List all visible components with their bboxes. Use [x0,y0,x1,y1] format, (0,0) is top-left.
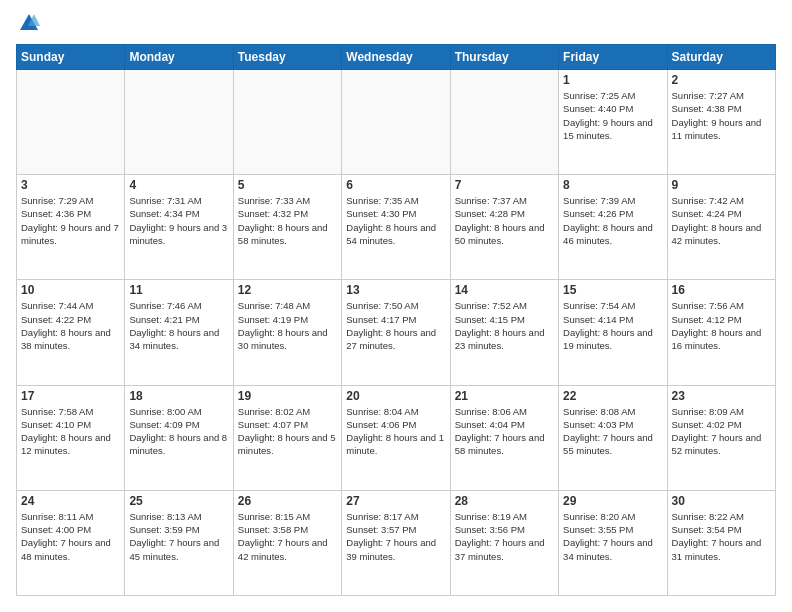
calendar-cell: 23Sunrise: 8:09 AM Sunset: 4:02 PM Dayli… [667,385,775,490]
calendar-cell: 8Sunrise: 7:39 AM Sunset: 4:26 PM Daylig… [559,175,667,280]
calendar-cell: 24Sunrise: 8:11 AM Sunset: 4:00 PM Dayli… [17,490,125,595]
day-number: 4 [129,178,228,192]
calendar-cell: 26Sunrise: 8:15 AM Sunset: 3:58 PM Dayli… [233,490,341,595]
day-info: Sunrise: 7:39 AM Sunset: 4:26 PM Dayligh… [563,194,662,247]
day-number: 27 [346,494,445,508]
day-number: 19 [238,389,337,403]
calendar-cell: 19Sunrise: 8:02 AM Sunset: 4:07 PM Dayli… [233,385,341,490]
day-number: 26 [238,494,337,508]
calendar-cell: 21Sunrise: 8:06 AM Sunset: 4:04 PM Dayli… [450,385,558,490]
calendar-cell: 1Sunrise: 7:25 AM Sunset: 4:40 PM Daylig… [559,70,667,175]
calendar-week-row: 3Sunrise: 7:29 AM Sunset: 4:36 PM Daylig… [17,175,776,280]
calendar-cell: 12Sunrise: 7:48 AM Sunset: 4:19 PM Dayli… [233,280,341,385]
day-number: 11 [129,283,228,297]
calendar-cell: 13Sunrise: 7:50 AM Sunset: 4:17 PM Dayli… [342,280,450,385]
day-info: Sunrise: 7:31 AM Sunset: 4:34 PM Dayligh… [129,194,228,247]
day-number: 1 [563,73,662,87]
day-number: 8 [563,178,662,192]
calendar-week-row: 10Sunrise: 7:44 AM Sunset: 4:22 PM Dayli… [17,280,776,385]
day-info: Sunrise: 7:50 AM Sunset: 4:17 PM Dayligh… [346,299,445,352]
calendar-day-header: Thursday [450,45,558,70]
calendar-cell: 9Sunrise: 7:42 AM Sunset: 4:24 PM Daylig… [667,175,775,280]
day-number: 10 [21,283,120,297]
day-info: Sunrise: 7:27 AM Sunset: 4:38 PM Dayligh… [672,89,771,142]
day-number: 5 [238,178,337,192]
day-info: Sunrise: 7:56 AM Sunset: 4:12 PM Dayligh… [672,299,771,352]
day-info: Sunrise: 8:02 AM Sunset: 4:07 PM Dayligh… [238,405,337,458]
day-info: Sunrise: 7:44 AM Sunset: 4:22 PM Dayligh… [21,299,120,352]
calendar-day-header: Saturday [667,45,775,70]
calendar-day-header: Monday [125,45,233,70]
day-info: Sunrise: 8:17 AM Sunset: 3:57 PM Dayligh… [346,510,445,563]
calendar-cell: 10Sunrise: 7:44 AM Sunset: 4:22 PM Dayli… [17,280,125,385]
day-info: Sunrise: 8:22 AM Sunset: 3:54 PM Dayligh… [672,510,771,563]
day-info: Sunrise: 8:19 AM Sunset: 3:56 PM Dayligh… [455,510,554,563]
calendar-cell: 18Sunrise: 8:00 AM Sunset: 4:09 PM Dayli… [125,385,233,490]
day-number: 25 [129,494,228,508]
day-number: 22 [563,389,662,403]
calendar-cell: 6Sunrise: 7:35 AM Sunset: 4:30 PM Daylig… [342,175,450,280]
calendar-week-row: 1Sunrise: 7:25 AM Sunset: 4:40 PM Daylig… [17,70,776,175]
day-info: Sunrise: 8:08 AM Sunset: 4:03 PM Dayligh… [563,405,662,458]
day-info: Sunrise: 7:42 AM Sunset: 4:24 PM Dayligh… [672,194,771,247]
calendar-cell [125,70,233,175]
day-info: Sunrise: 8:09 AM Sunset: 4:02 PM Dayligh… [672,405,771,458]
calendar-week-row: 17Sunrise: 7:58 AM Sunset: 4:10 PM Dayli… [17,385,776,490]
calendar-cell [233,70,341,175]
calendar-day-header: Sunday [17,45,125,70]
day-number: 14 [455,283,554,297]
header [16,16,776,34]
calendar-cell: 28Sunrise: 8:19 AM Sunset: 3:56 PM Dayli… [450,490,558,595]
logo [16,16,40,34]
day-info: Sunrise: 7:54 AM Sunset: 4:14 PM Dayligh… [563,299,662,352]
day-number: 18 [129,389,228,403]
day-info: Sunrise: 8:06 AM Sunset: 4:04 PM Dayligh… [455,405,554,458]
page: SundayMondayTuesdayWednesdayThursdayFrid… [0,0,792,612]
day-number: 15 [563,283,662,297]
day-number: 6 [346,178,445,192]
calendar-cell: 22Sunrise: 8:08 AM Sunset: 4:03 PM Dayli… [559,385,667,490]
calendar-cell: 11Sunrise: 7:46 AM Sunset: 4:21 PM Dayli… [125,280,233,385]
day-number: 24 [21,494,120,508]
day-number: 13 [346,283,445,297]
day-info: Sunrise: 8:15 AM Sunset: 3:58 PM Dayligh… [238,510,337,563]
calendar-day-header: Wednesday [342,45,450,70]
calendar-table: SundayMondayTuesdayWednesdayThursdayFrid… [16,44,776,596]
day-info: Sunrise: 7:37 AM Sunset: 4:28 PM Dayligh… [455,194,554,247]
calendar-cell [17,70,125,175]
day-info: Sunrise: 7:52 AM Sunset: 4:15 PM Dayligh… [455,299,554,352]
day-number: 30 [672,494,771,508]
calendar-cell: 2Sunrise: 7:27 AM Sunset: 4:38 PM Daylig… [667,70,775,175]
calendar-cell: 15Sunrise: 7:54 AM Sunset: 4:14 PM Dayli… [559,280,667,385]
day-number: 3 [21,178,120,192]
calendar-day-header: Tuesday [233,45,341,70]
day-info: Sunrise: 7:48 AM Sunset: 4:19 PM Dayligh… [238,299,337,352]
calendar-cell: 25Sunrise: 8:13 AM Sunset: 3:59 PM Dayli… [125,490,233,595]
calendar-day-header: Friday [559,45,667,70]
calendar-week-row: 24Sunrise: 8:11 AM Sunset: 4:00 PM Dayli… [17,490,776,595]
day-info: Sunrise: 7:33 AM Sunset: 4:32 PM Dayligh… [238,194,337,247]
calendar-cell: 3Sunrise: 7:29 AM Sunset: 4:36 PM Daylig… [17,175,125,280]
calendar-cell: 5Sunrise: 7:33 AM Sunset: 4:32 PM Daylig… [233,175,341,280]
day-info: Sunrise: 8:11 AM Sunset: 4:00 PM Dayligh… [21,510,120,563]
day-number: 17 [21,389,120,403]
calendar-cell: 20Sunrise: 8:04 AM Sunset: 4:06 PM Dayli… [342,385,450,490]
day-number: 12 [238,283,337,297]
calendar-cell [450,70,558,175]
day-info: Sunrise: 7:25 AM Sunset: 4:40 PM Dayligh… [563,89,662,142]
day-number: 16 [672,283,771,297]
day-info: Sunrise: 7:35 AM Sunset: 4:30 PM Dayligh… [346,194,445,247]
day-number: 29 [563,494,662,508]
day-number: 21 [455,389,554,403]
calendar-cell: 7Sunrise: 7:37 AM Sunset: 4:28 PM Daylig… [450,175,558,280]
day-info: Sunrise: 7:58 AM Sunset: 4:10 PM Dayligh… [21,405,120,458]
day-info: Sunrise: 7:46 AM Sunset: 4:21 PM Dayligh… [129,299,228,352]
day-number: 7 [455,178,554,192]
day-number: 28 [455,494,554,508]
day-number: 20 [346,389,445,403]
day-info: Sunrise: 7:29 AM Sunset: 4:36 PM Dayligh… [21,194,120,247]
calendar-cell: 27Sunrise: 8:17 AM Sunset: 3:57 PM Dayli… [342,490,450,595]
day-info: Sunrise: 8:00 AM Sunset: 4:09 PM Dayligh… [129,405,228,458]
day-info: Sunrise: 8:04 AM Sunset: 4:06 PM Dayligh… [346,405,445,458]
calendar-header-row: SundayMondayTuesdayWednesdayThursdayFrid… [17,45,776,70]
